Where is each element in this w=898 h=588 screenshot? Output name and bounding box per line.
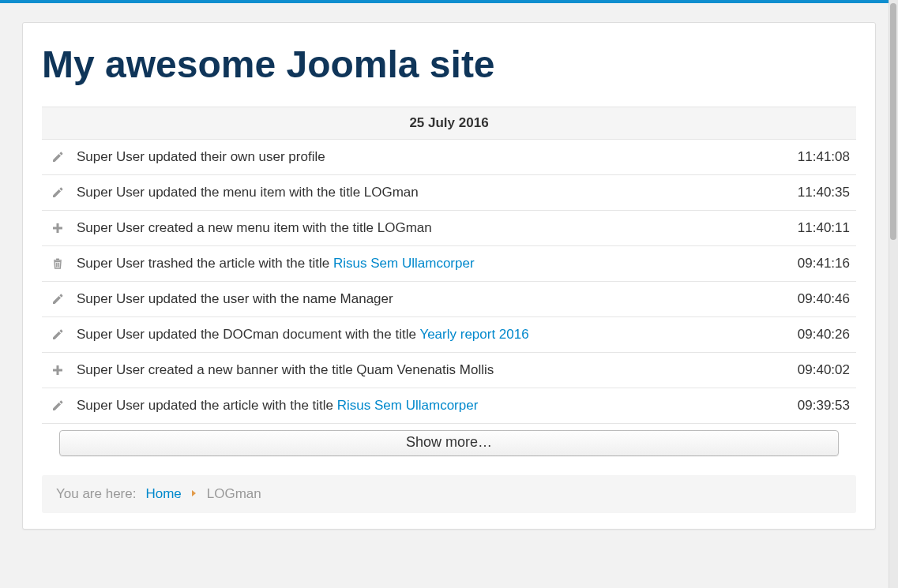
log-link[interactable]: Risus Sem Ullamcorper bbox=[333, 256, 475, 271]
plus-icon bbox=[51, 222, 70, 234]
content-card: My awesome Joomla site 25 July 2016 Supe… bbox=[22, 22, 876, 530]
log-row: Super User created a new menu item with … bbox=[42, 211, 856, 246]
log-message: Super User updated the menu item with th… bbox=[77, 185, 785, 200]
log-row: Super User updated the user with the nam… bbox=[42, 282, 856, 317]
log-row: Super User updated their own user profil… bbox=[42, 140, 856, 175]
log-message: Super User trashed the article with the … bbox=[77, 256, 785, 272]
log-row: Super User created a new banner with the… bbox=[42, 353, 856, 388]
log-message: Super User created a new banner with the… bbox=[77, 362, 785, 378]
log-text-fragment: Super User created a new banner with the… bbox=[77, 362, 494, 377]
log-timestamp: 09:41:16 bbox=[798, 256, 850, 272]
svg-rect-3 bbox=[56, 259, 59, 260]
pencil-icon bbox=[51, 151, 70, 163]
log-text-fragment: Super User updated their own user profil… bbox=[77, 149, 325, 164]
trash-icon bbox=[51, 257, 70, 270]
log-row: Super User trashed the article with the … bbox=[42, 246, 856, 282]
log-message: Super User updated the article with the … bbox=[77, 398, 785, 414]
log-row: Super User updated the menu item with th… bbox=[42, 175, 856, 211]
log-timestamp: 11:41:08 bbox=[798, 149, 850, 165]
breadcrumb-current: LOGman bbox=[207, 486, 261, 502]
plus-icon bbox=[51, 364, 70, 376]
log-timestamp: 09:39:53 bbox=[798, 398, 850, 414]
show-more-wrap: Show more… bbox=[42, 424, 856, 464]
breadcrumb: You are here: Home LOGman bbox=[42, 475, 856, 513]
show-more-button[interactable]: Show more… bbox=[59, 430, 839, 456]
pencil-icon bbox=[51, 328, 70, 341]
breadcrumb-home-link[interactable]: Home bbox=[145, 486, 181, 502]
site-title: My awesome Joomla site bbox=[42, 45, 856, 84]
pencil-icon bbox=[51, 293, 70, 305]
log-link[interactable]: Yearly report 2016 bbox=[419, 327, 528, 342]
breadcrumb-prefix: You are here: bbox=[56, 486, 136, 502]
log-message: Super User created a new menu item with … bbox=[77, 220, 785, 236]
log-timestamp: 09:40:02 bbox=[798, 362, 850, 378]
log-text-fragment: Super User trashed the article with the … bbox=[77, 256, 333, 271]
svg-rect-1 bbox=[53, 227, 62, 230]
activity-log-list: Super User updated their own user profil… bbox=[42, 140, 856, 424]
log-timestamp: 11:40:11 bbox=[798, 220, 850, 236]
vertical-scrollbar[interactable] bbox=[889, 0, 898, 539]
log-text-fragment: Super User updated the DOCman document w… bbox=[77, 327, 419, 342]
svg-rect-2 bbox=[54, 260, 62, 261]
pencil-icon bbox=[51, 186, 70, 199]
log-link[interactable]: Risus Sem Ullamcorper bbox=[337, 398, 479, 413]
log-text-fragment: Super User updated the menu item with th… bbox=[77, 185, 419, 200]
log-row: Super User updated the DOCman document w… bbox=[42, 317, 856, 353]
log-message: Super User updated the user with the nam… bbox=[77, 291, 785, 307]
breadcrumb-separator-icon bbox=[191, 489, 197, 500]
page-wrap: My awesome Joomla site 25 July 2016 Supe… bbox=[0, 3, 898, 539]
log-text-fragment: Super User created a new menu item with … bbox=[77, 220, 432, 235]
log-row: Super User updated the article with the … bbox=[42, 388, 856, 424]
log-timestamp: 11:40:35 bbox=[798, 185, 850, 200]
log-message: Super User updated their own user profil… bbox=[77, 149, 785, 165]
log-text-fragment: Super User updated the user with the nam… bbox=[77, 291, 393, 306]
log-timestamp: 09:40:46 bbox=[798, 291, 850, 307]
log-text-fragment: Super User updated the article with the … bbox=[77, 398, 337, 413]
scrollbar-thumb[interactable] bbox=[890, 3, 896, 240]
svg-rect-8 bbox=[53, 369, 62, 372]
log-message: Super User updated the DOCman document w… bbox=[77, 327, 785, 343]
log-timestamp: 09:40:26 bbox=[798, 327, 850, 343]
pencil-icon bbox=[51, 399, 70, 412]
log-date-header: 25 July 2016 bbox=[42, 107, 856, 140]
